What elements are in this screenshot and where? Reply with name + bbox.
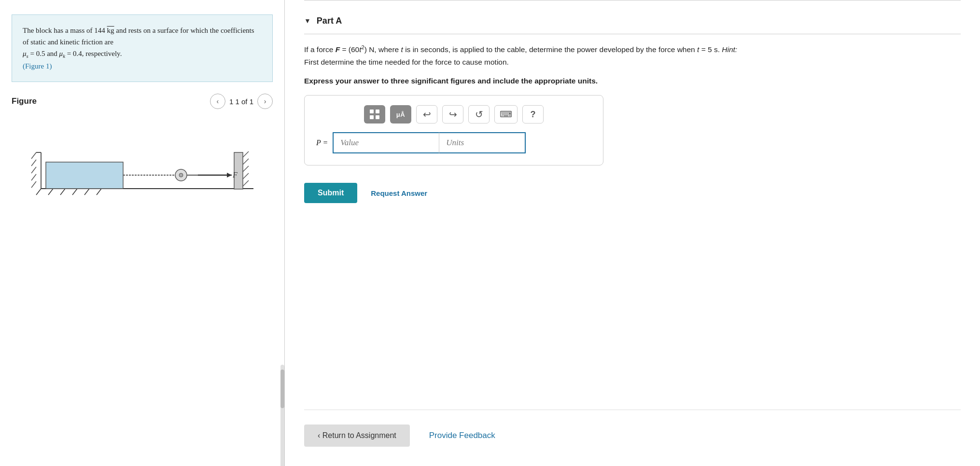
answer-row: P = (316, 132, 591, 153)
refresh-icon: ↺ (475, 109, 483, 120)
svg-point-16 (179, 173, 183, 177)
keyboard-button[interactable]: ⌨ (494, 105, 518, 123)
svg-line-26 (31, 174, 36, 180)
submit-button[interactable]: Submit (304, 183, 357, 203)
top-divider (304, 0, 961, 0)
svg-rect-29 (376, 110, 379, 113)
value-input[interactable] (333, 132, 439, 153)
bottom-bar: ‹ Return to Assignment Provide Feedback (304, 410, 961, 466)
refresh-button[interactable]: ↺ (468, 105, 490, 123)
grid-button[interactable] (364, 105, 385, 123)
problem-text-box: The block has a mass of 144 kg and rests… (12, 14, 273, 82)
figure-prev-button[interactable]: ‹ (210, 94, 225, 109)
redo-icon: ↪ (449, 109, 457, 120)
svg-rect-30 (370, 115, 374, 119)
svg-line-13 (243, 180, 249, 186)
keyboard-icon: ⌨ (500, 109, 512, 120)
provide-feedback-link[interactable]: Provide Feedback (429, 431, 495, 440)
svg-line-12 (243, 173, 249, 179)
action-row: Submit Request Answer (304, 183, 961, 203)
figure-next-button[interactable]: › (257, 94, 273, 109)
svg-line-4 (72, 189, 77, 195)
svg-marker-19 (227, 173, 232, 178)
figure-svg: F (27, 123, 258, 210)
figure-section: Figure ‹ 1 1 of 1 › (12, 94, 273, 220)
units-input[interactable] (439, 132, 526, 153)
help-button[interactable]: ? (522, 105, 544, 123)
svg-line-10 (243, 159, 249, 164)
part-title: Part A (317, 16, 342, 26)
problem-description: The block has a mass of 144 kg and rests… (23, 27, 254, 57)
return-to-assignment-button[interactable]: ‹ Return to Assignment (304, 425, 410, 447)
figure-nav: ‹ 1 1 of 1 › (210, 94, 273, 109)
toolbar: μÅ ↩ ↪ ↺ ⌨ ? (316, 105, 591, 123)
svg-line-1 (36, 189, 41, 195)
redo-button[interactable]: ↪ (442, 105, 463, 123)
express-instruction: Express your answer to three significant… (304, 77, 961, 85)
help-icon: ? (531, 110, 536, 120)
units-button[interactable]: μÅ (390, 105, 411, 123)
svg-line-11 (243, 166, 249, 172)
figure-label: Figure (12, 96, 37, 106)
svg-line-6 (97, 189, 101, 195)
svg-rect-31 (376, 115, 379, 119)
question-text: If a force F = (60t2) N, where t is in s… (304, 43, 739, 68)
svg-line-2 (48, 189, 53, 195)
units-icon-label: μÅ (396, 111, 405, 118)
part-header: ▼ Part A (304, 16, 961, 34)
svg-line-9 (243, 151, 249, 157)
svg-line-27 (31, 181, 36, 188)
answer-box: μÅ ↩ ↪ ↺ ⌨ ? P = (304, 95, 603, 165)
undo-icon: ↩ (423, 109, 431, 120)
svg-rect-7 (46, 162, 123, 189)
part-collapse-arrow[interactable]: ▼ (304, 17, 311, 25)
svg-line-25 (31, 167, 36, 173)
scrollbar[interactable] (280, 365, 284, 466)
undo-button[interactable]: ↩ (416, 105, 437, 123)
request-answer-link[interactable]: Request Answer (371, 189, 427, 197)
figure-link[interactable]: (Figure 1) (23, 62, 52, 70)
answer-label: P = (316, 138, 328, 147)
svg-line-3 (60, 189, 65, 195)
svg-line-24 (31, 160, 36, 166)
svg-rect-28 (370, 110, 374, 113)
figure-image: F (12, 114, 273, 220)
svg-line-5 (84, 189, 89, 195)
svg-line-23 (31, 152, 36, 159)
svg-text:F: F (232, 171, 238, 179)
figure-page-count: 1 1 of 1 (229, 97, 253, 106)
